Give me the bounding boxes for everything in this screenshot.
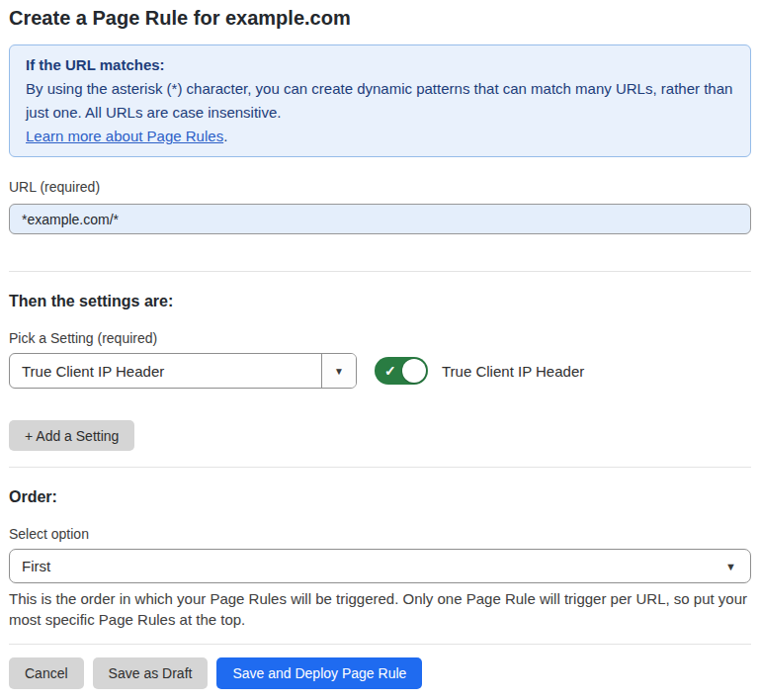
true-client-ip-toggle[interactable]: ✓ (375, 357, 428, 385)
order-help-text: This is the order in which your Page Rul… (9, 588, 748, 630)
toggle-knob (402, 359, 426, 383)
setting-select-arrow-button[interactable]: ▼ (321, 354, 356, 388)
learn-more-link[interactable]: Learn more about Page Rules (26, 128, 223, 144)
add-setting-button[interactable]: + Add a Setting (9, 420, 134, 451)
pick-setting-label: Pick a Setting (required) (9, 330, 751, 346)
divider (9, 644, 751, 645)
order-select[interactable]: First ▼ (9, 549, 751, 583)
check-icon: ✓ (384, 364, 396, 378)
setting-select-value: True Client IP Header (10, 354, 321, 388)
order-select-label: Select option (9, 526, 751, 542)
toggle-label: True Client IP Header (442, 363, 584, 380)
url-input[interactable] (9, 204, 751, 234)
url-match-info-box: If the URL matches: By using the asteris… (9, 44, 751, 157)
url-field-label: URL (required) (9, 179, 751, 195)
page-title: Create a Page Rule for example.com (9, 7, 751, 29)
order-select-value: First (10, 558, 725, 574)
save-as-draft-button[interactable]: Save as Draft (93, 657, 209, 689)
cancel-button[interactable]: Cancel (9, 657, 84, 689)
setting-row: True Client IP Header ▼ ✓ True Client IP… (9, 353, 751, 389)
info-box-link-line: Learn more about Page Rules. (26, 125, 734, 148)
link-suffix: . (223, 128, 227, 144)
chevron-down-icon: ▼ (725, 561, 750, 572)
setting-select[interactable]: True Client IP Header ▼ (9, 353, 357, 389)
settings-section-heading: Then the settings are: (9, 293, 751, 310)
info-box-body: By using the asterisk (*) character, you… (26, 77, 734, 125)
footer-actions: Cancel Save as Draft Save and Deploy Pag… (9, 657, 751, 689)
info-box-heading: If the URL matches: (26, 53, 734, 77)
divider (9, 271, 751, 272)
chevron-down-icon: ▼ (334, 366, 344, 377)
order-section-heading: Order: (9, 488, 751, 506)
divider (9, 467, 751, 468)
save-and-deploy-button[interactable]: Save and Deploy Page Rule (216, 657, 422, 689)
